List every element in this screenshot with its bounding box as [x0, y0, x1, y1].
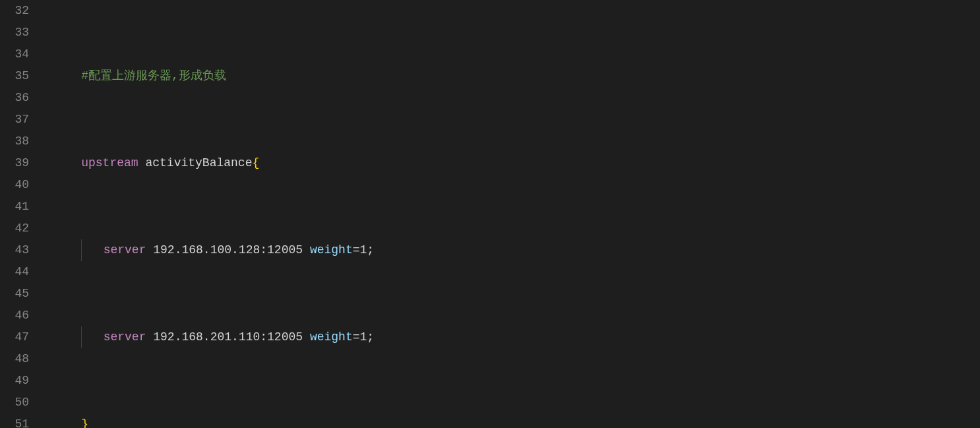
line-number: 33: [0, 22, 29, 44]
code-line[interactable]: server 192.168.100.128:12005 weight=1;: [53, 239, 980, 261]
property: weight: [310, 243, 353, 257]
line-number: 44: [0, 261, 29, 283]
property: weight: [310, 330, 353, 344]
code-editor[interactable]: 3233343536373839404142434445464748495051…: [0, 0, 980, 428]
line-number: 51: [0, 413, 29, 428]
line-number: 46: [0, 305, 29, 326]
line-number: 39: [0, 152, 29, 174]
line-number: 43: [0, 239, 29, 261]
code-area[interactable]: #配置上游服务器,形成负载 upstream activityBalance{ …: [53, 0, 980, 428]
fold-column: [41, 0, 53, 428]
value: =1: [353, 330, 367, 344]
keyword: server: [104, 330, 146, 344]
semicolon: ;: [367, 243, 374, 257]
address: 192.168.100.128:12005: [146, 243, 309, 257]
code-line[interactable]: upstream activityBalance{: [53, 152, 980, 174]
line-number: 48: [0, 348, 29, 370]
value: =1: [353, 243, 367, 257]
line-number: 34: [0, 44, 29, 65]
line-number: 42: [0, 218, 29, 239]
line-number-gutter: 3233343536373839404142434445464748495051: [0, 0, 41, 428]
line-number: 32: [0, 0, 29, 22]
line-number: 35: [0, 65, 29, 87]
line-number: 37: [0, 109, 29, 131]
line-number: 40: [0, 174, 29, 196]
code-line[interactable]: }: [53, 413, 980, 428]
brace-open: {: [252, 156, 259, 169]
line-number: 45: [0, 283, 29, 305]
comment-text: #配置上游服务器,形成负载: [81, 69, 226, 82]
line-number: 36: [0, 87, 29, 109]
code-line[interactable]: #配置上游服务器,形成负载: [53, 65, 980, 87]
identifier: activityBalance: [138, 156, 253, 169]
line-number: 49: [0, 370, 29, 392]
address: 192.168.201.110:12005: [146, 330, 309, 344]
line-number: 50: [0, 392, 29, 413]
semicolon: ;: [367, 330, 374, 344]
code-line[interactable]: server 192.168.201.110:12005 weight=1;: [53, 326, 980, 348]
line-number: 47: [0, 326, 29, 348]
brace-close: }: [81, 417, 88, 428]
line-number: 41: [0, 196, 29, 218]
keyword: upstream: [81, 156, 138, 169]
line-number: 38: [0, 131, 29, 152]
keyword: server: [104, 243, 146, 257]
